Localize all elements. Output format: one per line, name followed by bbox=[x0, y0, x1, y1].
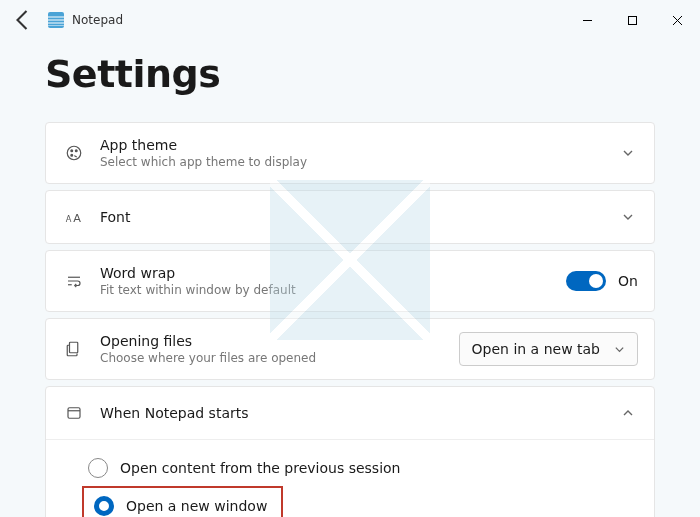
setting-label: App theme bbox=[100, 137, 618, 153]
window-icon bbox=[62, 404, 86, 422]
chevron-down-icon bbox=[614, 344, 625, 355]
svg-text:A: A bbox=[66, 214, 72, 224]
setting-word-wrap: Word wrap Fit text within window by defa… bbox=[45, 250, 655, 312]
setting-label: Word wrap bbox=[100, 265, 566, 281]
setting-app-theme[interactable]: App theme Select which app theme to disp… bbox=[45, 122, 655, 184]
svg-point-7 bbox=[71, 154, 73, 156]
back-button[interactable] bbox=[10, 8, 34, 32]
maximize-button[interactable] bbox=[610, 5, 655, 35]
notepad-app-icon bbox=[48, 12, 64, 28]
setting-sub: Choose where your files are opened bbox=[100, 351, 459, 365]
svg-point-4 bbox=[67, 146, 81, 160]
wrap-icon bbox=[62, 272, 86, 290]
app-title: Notepad bbox=[72, 13, 123, 27]
font-icon: AA bbox=[62, 208, 86, 226]
radio-label: Open content from the previous session bbox=[120, 460, 400, 476]
annotation-highlight: Open a new window bbox=[82, 486, 283, 517]
setting-opening-files: Opening files Choose where your files ar… bbox=[45, 318, 655, 380]
setting-font[interactable]: AA Font bbox=[45, 190, 655, 244]
chevron-up-icon bbox=[618, 407, 638, 419]
startup-option-new-window[interactable]: Open a new window bbox=[88, 492, 273, 517]
palette-icon bbox=[62, 144, 86, 162]
radio-checked-icon bbox=[94, 496, 114, 516]
titlebar: Notepad bbox=[0, 0, 700, 40]
setting-label: When Notepad starts bbox=[100, 405, 618, 421]
chevron-down-icon bbox=[618, 147, 638, 159]
radio-label: Open a new window bbox=[126, 498, 267, 514]
startup-option-previous-session[interactable]: Open content from the previous session bbox=[82, 450, 638, 486]
svg-text:A: A bbox=[73, 212, 81, 225]
setting-sub: Select which app theme to display bbox=[100, 155, 618, 169]
page-title: Settings bbox=[45, 52, 655, 96]
setting-label: Opening files bbox=[100, 333, 459, 349]
svg-rect-12 bbox=[70, 342, 78, 353]
svg-point-6 bbox=[75, 150, 77, 152]
minimize-button[interactable] bbox=[565, 5, 610, 35]
svg-rect-1 bbox=[629, 16, 637, 24]
chevron-down-icon bbox=[618, 211, 638, 223]
dropdown-value: Open in a new tab bbox=[472, 341, 600, 357]
setting-sub: Fit text within window by default bbox=[100, 283, 566, 297]
setting-startup-header[interactable]: When Notepad starts bbox=[46, 387, 654, 439]
svg-point-5 bbox=[71, 150, 73, 152]
word-wrap-toggle[interactable] bbox=[566, 271, 606, 291]
files-icon bbox=[62, 340, 86, 358]
radio-unchecked-icon bbox=[88, 458, 108, 478]
close-button[interactable] bbox=[655, 5, 700, 35]
setting-startup: When Notepad starts Open content from th… bbox=[45, 386, 655, 517]
setting-label: Font bbox=[100, 209, 618, 225]
toggle-state-label: On bbox=[618, 273, 638, 289]
svg-rect-13 bbox=[68, 408, 80, 419]
opening-files-dropdown[interactable]: Open in a new tab bbox=[459, 332, 638, 366]
